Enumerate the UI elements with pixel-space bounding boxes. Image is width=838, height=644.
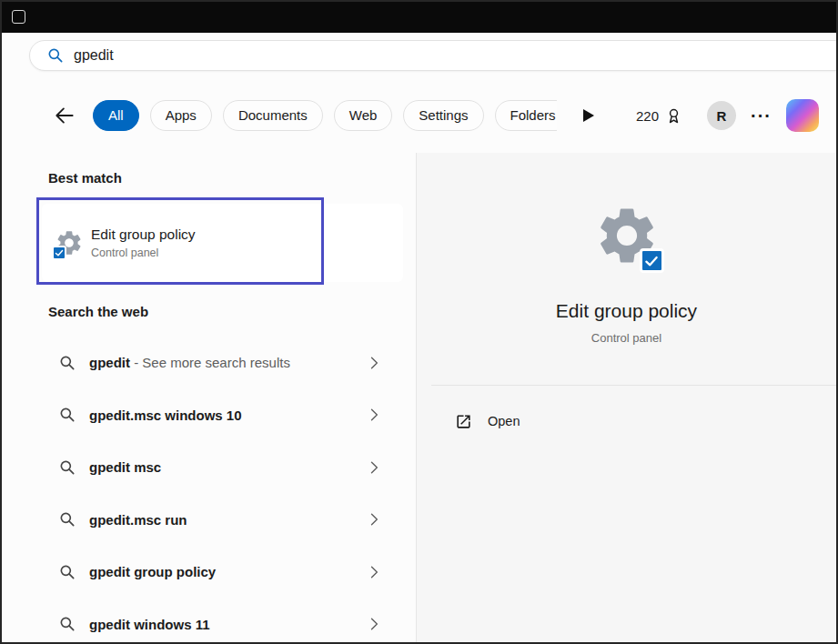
list-item[interactable]: gpedit - See more search results (2, 337, 416, 389)
open-in-new-icon (455, 413, 472, 430)
chevron-right-icon[interactable] (365, 354, 383, 372)
list-item[interactable]: gpedit group policy (2, 546, 416, 599)
suggestion-query: gpedit msc (89, 459, 161, 475)
tab-documents[interactable]: Documents (223, 100, 323, 131)
search-icon (58, 458, 76, 477)
search-window: All Apps Documents Web Settings Folders … (0, 0, 838, 644)
play-button[interactable] (578, 106, 598, 126)
more-button[interactable]: ··· (751, 106, 772, 126)
suggestion-query: gpedit windows 11 (89, 617, 210, 632)
chevron-right-icon[interactable] (365, 563, 383, 581)
filter-tabs: All Apps Documents Web Settings Folders (93, 100, 557, 131)
results-list-panel: Best match Edit group policy Control pan… (2, 153, 416, 642)
best-match-heading: Best match (48, 170, 122, 186)
back-icon (53, 104, 76, 127)
list-item[interactable]: gpedit msc (2, 441, 416, 494)
list-item[interactable]: gpedit.msc run (2, 494, 416, 547)
search-bar[interactable] (29, 40, 838, 71)
search-icon (58, 354, 76, 372)
tab-all[interactable]: All (93, 100, 139, 131)
search-input[interactable] (74, 47, 456, 64)
chevron-right-icon[interactable] (365, 458, 383, 477)
copilot-icon[interactable] (786, 99, 819, 132)
suggestion-query: gpedit group policy (89, 564, 216, 579)
rewards-counter[interactable]: 220 (636, 106, 683, 126)
divider (431, 385, 836, 386)
chevron-right-icon[interactable] (365, 510, 383, 528)
suggestion-suffix: - See more search results (130, 355, 290, 370)
best-match-item[interactable]: Edit group policy Control panel (42, 204, 403, 282)
avatar[interactable]: R (707, 101, 736, 130)
app-icon (12, 10, 25, 24)
group-policy-gear-icon (593, 202, 661, 269)
filter-toolbar: All Apps Documents Web Settings Folders … (2, 99, 836, 132)
list-item[interactable]: gpedit.msc windows 10 (2, 389, 416, 442)
search-icon (46, 46, 65, 65)
detail-subtitle: Control panel (417, 331, 836, 345)
back-button[interactable] (49, 100, 80, 131)
search-icon (58, 615, 76, 633)
suggestion-query: gpedit.msc run (89, 512, 187, 528)
results-area: Best match Edit group policy Control pan… (2, 153, 836, 642)
search-icon (58, 563, 76, 581)
tab-web[interactable]: Web (334, 100, 393, 131)
group-policy-gear-icon (55, 228, 84, 257)
best-match-title: Edit group policy (91, 226, 196, 243)
rewards-icon (664, 106, 683, 126)
web-suggestions-list: gpedit - See more search results gpedit.… (2, 337, 416, 644)
list-item[interactable]: gpedit windows 11 (2, 599, 416, 644)
check-badge-icon (52, 246, 66, 260)
open-action-label: Open (488, 414, 520, 428)
chevron-right-icon[interactable] (365, 406, 383, 424)
result-detail-panel: Edit group policy Control panel Open (416, 153, 836, 642)
detail-title: Edit group policy (417, 300, 836, 322)
titlebar (2, 2, 836, 33)
check-badge-icon (640, 248, 664, 273)
tab-settings[interactable]: Settings (403, 100, 483, 131)
play-icon (578, 106, 598, 126)
chevron-right-icon[interactable] (365, 615, 383, 633)
rewards-points: 220 (636, 108, 659, 124)
best-match-subtitle: Control panel (91, 247, 196, 259)
suggestion-query: gpedit.msc windows 10 (89, 408, 242, 423)
search-the-web-heading: Search the web (48, 304, 148, 319)
toolbar-right-cluster: 220 R ··· (557, 99, 806, 132)
suggestion-query: gpedit (89, 355, 130, 370)
search-icon (58, 406, 76, 424)
tab-folders[interactable]: Folders (495, 100, 557, 131)
search-icon (58, 510, 76, 528)
open-action[interactable]: Open (431, 400, 833, 442)
tab-apps[interactable]: Apps (150, 100, 212, 131)
